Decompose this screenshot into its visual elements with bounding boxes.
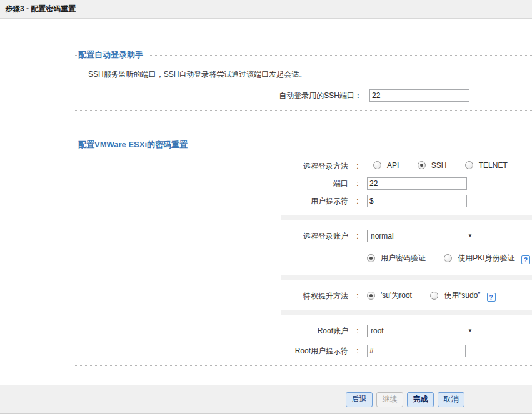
section-autologin-title: 配置自动登录助手	[77, 49, 148, 61]
root-account-select[interactable]: root ▼	[367, 325, 476, 337]
section-esxi-title: 配置VMWare ESXi的密码重置	[77, 139, 193, 150]
wizard-buttons: 后退 继续 完成 取消	[346, 392, 468, 407]
wizard-step-titlebar: 步骤3 - 配置密码重置	[0, 0, 532, 19]
ssh-port-row: 自动登录用的SSH端口：	[74, 89, 532, 102]
auth-type-radio-group: 用户密码验证 使用PKI身份验证 ?	[367, 253, 530, 265]
radio-button-icon	[465, 161, 473, 169]
user-prompt-input[interactable]	[367, 195, 467, 207]
finish-button[interactable]: 完成	[407, 392, 434, 407]
user-prompt-label: 用户提示符	[74, 196, 348, 207]
port-label: 端口	[74, 179, 348, 189]
login-method-label: 远程登录方法	[74, 161, 348, 172]
section-esxi-reset: 配置VMWare ESXi的密码重置 远程登录方法 : API SSH TELN…	[74, 139, 532, 366]
root-account-row: Root账户 : root ▼	[74, 324, 532, 338]
login-account-row: 远程登录账户 : normal ▼	[74, 229, 532, 243]
section-autologin: 配置自动登录助手 SSH服务监听的端口，SSH自动登录将尝试通过该端口发起会话。…	[74, 49, 532, 111]
dropdown-arrow-icon: ▼	[468, 328, 473, 333]
back-button[interactable]: 后退	[346, 392, 373, 407]
autologin-ssh-port-input[interactable]	[369, 89, 469, 102]
radio-button-icon	[367, 254, 375, 262]
section-divider	[281, 275, 532, 280]
section-divider	[281, 310, 532, 315]
radio-telnet[interactable]: TELNET	[465, 161, 508, 170]
radio-sudo[interactable]: 使用“sudo”	[430, 290, 480, 301]
radio-button-icon	[444, 254, 452, 262]
root-prompt-label: Root用户提示符	[74, 346, 348, 357]
page-title: 步骤3 - 配置密码重置	[5, 4, 76, 14]
root-account-label: Root账户	[74, 326, 348, 337]
radio-button-icon	[418, 161, 426, 169]
section-divider	[281, 215, 532, 220]
port-input[interactable]	[367, 177, 467, 190]
privilege-label: 特权提升方法	[74, 291, 348, 302]
wizard-content: 配置自动登录助手 SSH服务监听的端口，SSH自动登录将尝试通过该端口发起会话。…	[74, 49, 532, 366]
root-account-selected-value: root	[371, 327, 384, 335]
user-prompt-row: 用户提示符 :	[74, 194, 532, 208]
radio-button-icon	[373, 161, 381, 169]
radio-button-icon	[430, 292, 438, 300]
radio-pki-auth[interactable]: 使用PKI身份验证	[444, 253, 514, 264]
login-method-row: 远程登录方法 : API SSH TELNET	[74, 159, 532, 173]
privilege-radio-group: 'su'为root 使用“sudo” ?	[367, 290, 496, 302]
port-row: 端口 :	[74, 177, 532, 190]
sudo-help-icon[interactable]: ?	[487, 293, 496, 302]
root-prompt-input[interactable]	[367, 345, 466, 357]
autologin-description: SSH服务监听的端口，SSH自动登录将尝试通过该端口发起会话。	[88, 69, 532, 80]
cancel-button[interactable]: 取消	[438, 392, 464, 407]
login-account-label: 远程登录账户	[74, 231, 348, 242]
privilege-row: 特权提升方法 : 'su'为root 使用“sudo” ?	[74, 289, 532, 303]
auth-type-row: 用户密码验证 使用PKI身份验证 ?	[74, 252, 532, 265]
dropdown-arrow-icon: ▼	[468, 234, 473, 239]
radio-su-root[interactable]: 'su'为root	[367, 290, 412, 301]
pki-help-icon[interactable]: ?	[521, 255, 530, 264]
login-account-selected-value: normal	[371, 232, 394, 240]
ssh-port-label: 自动登录用的SSH端口：	[74, 91, 362, 101]
login-method-radio-group: API SSH TELNET	[367, 161, 524, 172]
wizard-button-bar: 后退 继续 完成 取消	[0, 385, 532, 414]
login-account-select[interactable]: normal ▼	[367, 230, 476, 242]
root-prompt-row: Root用户提示符 :	[74, 344, 532, 358]
radio-api[interactable]: API	[373, 161, 399, 170]
radio-password-auth[interactable]: 用户密码验证	[367, 253, 426, 264]
continue-button[interactable]: 继续	[376, 392, 403, 407]
radio-ssh[interactable]: SSH	[418, 161, 447, 170]
radio-button-icon	[367, 292, 375, 300]
